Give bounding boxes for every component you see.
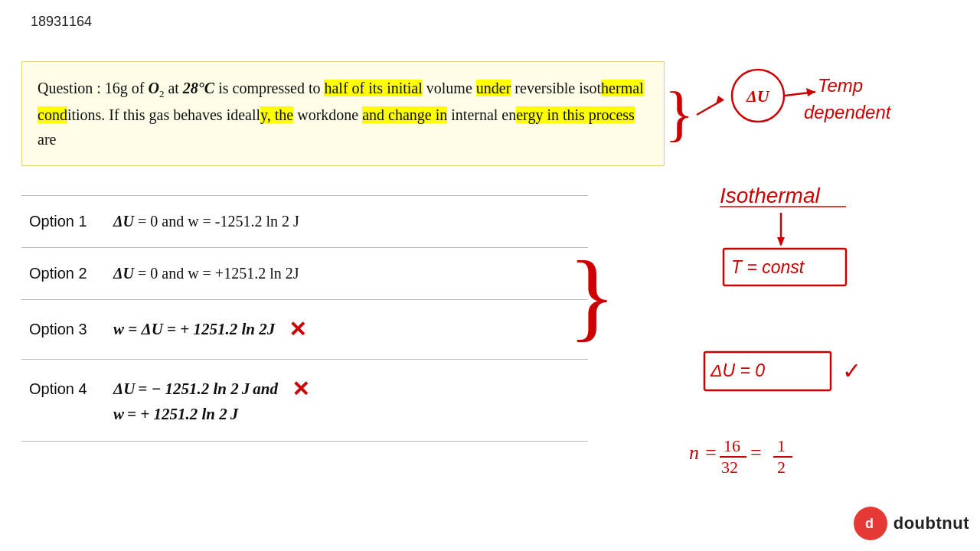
option-3-cross: ✕ bbox=[289, 317, 306, 342]
svg-text:✓: ✓ bbox=[842, 358, 861, 383]
svg-text:=: = bbox=[750, 442, 762, 464]
svg-marker-2 bbox=[716, 96, 724, 104]
svg-marker-13 bbox=[777, 237, 785, 246]
doubtnut-logo: d doubtnut bbox=[854, 507, 969, 540]
svg-line-1 bbox=[697, 99, 724, 115]
svg-point-3 bbox=[732, 70, 784, 122]
option-1-row: Option 1 ΔU = 0 and w = -1251.2 ln 2 J bbox=[21, 195, 588, 247]
svg-text:Isothermal: Isothermal bbox=[720, 184, 820, 207]
svg-text:d: d bbox=[865, 516, 874, 531]
option-4-line1: ΔU = − 1251.2 ln 2J and bbox=[113, 380, 278, 399]
option-2-content: ΔU = 0 and w = +1251.2 ln 2J bbox=[113, 265, 299, 282]
question-text: Question : 16g of O2 at 28°C is compress… bbox=[38, 80, 644, 148]
doubtnut-brand-icon: d bbox=[859, 512, 882, 535]
option-4-line2: w = + 1251.2 ln 2J bbox=[113, 405, 238, 424]
svg-text:1: 1 bbox=[777, 436, 786, 455]
svg-rect-14 bbox=[724, 249, 846, 285]
option-4-row: Option 4 ΔU = − 1251.2 ln 2J and ✕ w = +… bbox=[21, 359, 588, 442]
svg-text:Temp: Temp bbox=[818, 75, 863, 96]
svg-text:T = const: T = const bbox=[731, 257, 805, 277]
options-area: Option 1 ΔU = 0 and w = -1251.2 ln 2 J O… bbox=[21, 195, 588, 442]
option-3-content: w = ΔU = + 1251.2 ln 2J bbox=[113, 320, 275, 339]
option-3-row: Option 3 w = ΔU = + 1251.2 ln 2J ✕ bbox=[21, 299, 588, 359]
svg-line-5 bbox=[785, 92, 815, 96]
question-box: Question : 16g of O2 at 28°C is compress… bbox=[21, 61, 665, 166]
option-2-row: Option 2 ΔU = 0 and w = +1251.2 ln 2J bbox=[21, 247, 588, 299]
option-4-cross: ✕ bbox=[292, 377, 309, 402]
svg-text:ΔU = 0: ΔU = 0 bbox=[710, 360, 765, 380]
svg-text:16: 16 bbox=[724, 436, 740, 455]
doubtnut-icon: d bbox=[854, 507, 887, 540]
svg-text:n =: n = bbox=[689, 442, 717, 464]
option-2-label: Option 2 bbox=[29, 265, 113, 282]
option-1-content: ΔU = 0 and w = -1251.2 ln 2 J bbox=[113, 213, 299, 230]
option-4-bottom: w = + 1251.2 ln 2J bbox=[113, 405, 238, 424]
option-4-top: Option 4 ΔU = − 1251.2 ln 2J and ✕ bbox=[29, 377, 580, 402]
option-3-label: Option 3 bbox=[29, 321, 113, 338]
doubtnut-brand-text: doubtnut bbox=[893, 514, 969, 533]
page-id: 18931164 bbox=[31, 14, 92, 30]
svg-text:32: 32 bbox=[721, 458, 738, 477]
svg-text:dependent: dependent bbox=[804, 102, 892, 122]
svg-rect-16 bbox=[704, 352, 831, 390]
svg-text:2: 2 bbox=[777, 458, 786, 477]
svg-marker-6 bbox=[806, 88, 815, 96]
option-4-label: Option 4 bbox=[29, 380, 113, 398]
option-1-label: Option 1 bbox=[29, 213, 113, 230]
svg-text:}: } bbox=[665, 80, 694, 147]
svg-text:ΔU: ΔU bbox=[746, 86, 770, 106]
